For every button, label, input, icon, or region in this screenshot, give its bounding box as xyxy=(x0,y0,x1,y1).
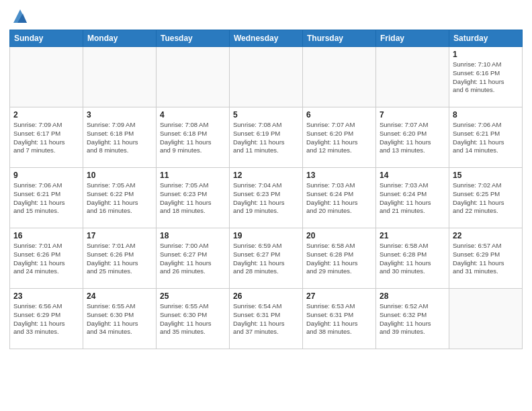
day-number: 14 xyxy=(380,171,445,180)
day-number: 22 xyxy=(453,231,519,240)
day-info: Sunrise: 7:06 AM Sunset: 6:21 PM Dayligh… xyxy=(453,121,519,155)
calendar-cell: 25Sunrise: 6:55 AM Sunset: 6:30 PM Dayli… xyxy=(157,289,230,349)
calendar-cell: 20Sunrise: 6:58 AM Sunset: 6:28 PM Dayli… xyxy=(303,228,376,289)
day-number: 6 xyxy=(306,110,372,120)
weekday-thursday: Thursday xyxy=(303,30,376,47)
calendar-cell: 11Sunrise: 7:05 AM Sunset: 6:23 PM Dayli… xyxy=(157,168,230,228)
logo xyxy=(9,7,30,26)
calendar-cell: 8Sunrise: 7:06 AM Sunset: 6:21 PM Daylig… xyxy=(449,107,523,168)
weekday-wednesday: Wednesday xyxy=(230,30,303,47)
calendar-cell: 23Sunrise: 6:56 AM Sunset: 6:29 PM Dayli… xyxy=(10,289,83,349)
calendar-cell: 14Sunrise: 7:03 AM Sunset: 6:24 PM Dayli… xyxy=(376,168,449,228)
header xyxy=(9,7,523,26)
day-info: Sunrise: 7:04 AM Sunset: 6:23 PM Dayligh… xyxy=(233,181,299,216)
calendar-cell xyxy=(449,289,523,349)
day-number: 8 xyxy=(453,110,519,120)
calendar-cell: 13Sunrise: 7:03 AM Sunset: 6:24 PM Dayli… xyxy=(303,168,376,228)
day-number: 20 xyxy=(306,231,372,240)
calendar-cell: 9Sunrise: 7:06 AM Sunset: 6:21 PM Daylig… xyxy=(10,168,83,228)
weekday-header-row: SundayMondayTuesdayWednesdayThursdayFrid… xyxy=(10,30,523,47)
day-number: 5 xyxy=(233,110,299,120)
calendar-cell: 6Sunrise: 7:07 AM Sunset: 6:20 PM Daylig… xyxy=(303,107,376,168)
calendar-cell: 22Sunrise: 6:57 AM Sunset: 6:29 PM Dayli… xyxy=(449,228,523,289)
week-row-4: 23Sunrise: 6:56 AM Sunset: 6:29 PM Dayli… xyxy=(10,289,523,349)
day-number: 27 xyxy=(306,291,372,301)
week-row-0: 1Sunrise: 7:10 AM Sunset: 6:16 PM Daylig… xyxy=(10,47,523,107)
day-info: Sunrise: 6:57 AM Sunset: 6:29 PM Dayligh… xyxy=(453,242,519,276)
calendar-cell: 19Sunrise: 6:59 AM Sunset: 6:27 PM Dayli… xyxy=(230,228,303,289)
day-number: 9 xyxy=(13,171,79,180)
day-number: 17 xyxy=(87,231,152,240)
day-info: Sunrise: 6:52 AM Sunset: 6:32 PM Dayligh… xyxy=(380,302,445,336)
calendar-cell: 26Sunrise: 6:54 AM Sunset: 6:31 PM Dayli… xyxy=(230,289,303,349)
calendar-cell: 16Sunrise: 7:01 AM Sunset: 6:26 PM Dayli… xyxy=(10,228,83,289)
week-row-2: 9Sunrise: 7:06 AM Sunset: 6:21 PM Daylig… xyxy=(10,168,523,228)
calendar-cell xyxy=(230,47,303,107)
day-number: 19 xyxy=(233,231,299,240)
day-info: Sunrise: 7:00 AM Sunset: 6:27 PM Dayligh… xyxy=(160,242,226,276)
day-info: Sunrise: 7:01 AM Sunset: 6:26 PM Dayligh… xyxy=(87,242,152,276)
day-number: 1 xyxy=(453,50,519,59)
day-number: 4 xyxy=(160,110,226,120)
day-info: Sunrise: 7:01 AM Sunset: 6:26 PM Dayligh… xyxy=(13,242,79,276)
calendar-cell: 3Sunrise: 7:09 AM Sunset: 6:18 PM Daylig… xyxy=(83,107,157,168)
calendar-cell: 10Sunrise: 7:05 AM Sunset: 6:22 PM Dayli… xyxy=(83,168,157,228)
page: SundayMondayTuesdayWednesdayThursdayFrid… xyxy=(0,0,532,411)
day-number: 11 xyxy=(160,171,226,180)
calendar-cell: 27Sunrise: 6:53 AM Sunset: 6:31 PM Dayli… xyxy=(303,289,376,349)
calendar-cell: 15Sunrise: 7:02 AM Sunset: 6:25 PM Dayli… xyxy=(449,168,523,228)
day-number: 13 xyxy=(306,171,372,180)
calendar-cell: 7Sunrise: 7:07 AM Sunset: 6:20 PM Daylig… xyxy=(376,107,449,168)
day-info: Sunrise: 7:03 AM Sunset: 6:24 PM Dayligh… xyxy=(380,181,445,216)
day-info: Sunrise: 7:03 AM Sunset: 6:24 PM Dayligh… xyxy=(306,181,372,216)
day-info: Sunrise: 7:06 AM Sunset: 6:21 PM Dayligh… xyxy=(13,181,79,216)
day-info: Sunrise: 7:05 AM Sunset: 6:22 PM Dayligh… xyxy=(87,181,152,216)
day-info: Sunrise: 6:54 AM Sunset: 6:31 PM Dayligh… xyxy=(233,302,299,336)
day-info: Sunrise: 7:07 AM Sunset: 6:20 PM Dayligh… xyxy=(306,121,372,155)
day-info: Sunrise: 7:08 AM Sunset: 6:19 PM Dayligh… xyxy=(233,121,299,155)
day-number: 10 xyxy=(87,171,152,180)
day-info: Sunrise: 6:55 AM Sunset: 6:30 PM Dayligh… xyxy=(160,302,226,336)
day-number: 12 xyxy=(233,171,299,180)
calendar-cell: 28Sunrise: 6:52 AM Sunset: 6:32 PM Dayli… xyxy=(376,289,449,349)
calendar-cell: 4Sunrise: 7:08 AM Sunset: 6:18 PM Daylig… xyxy=(157,107,230,168)
day-number: 7 xyxy=(380,110,445,120)
day-info: Sunrise: 6:58 AM Sunset: 6:28 PM Dayligh… xyxy=(306,242,372,276)
week-row-3: 16Sunrise: 7:01 AM Sunset: 6:26 PM Dayli… xyxy=(10,228,523,289)
weekday-tuesday: Tuesday xyxy=(157,30,230,47)
calendar-cell: 21Sunrise: 6:58 AM Sunset: 6:28 PM Dayli… xyxy=(376,228,449,289)
day-number: 2 xyxy=(13,110,79,120)
logo-icon xyxy=(11,7,30,26)
calendar-cell xyxy=(10,47,83,107)
day-number: 18 xyxy=(160,231,226,240)
calendar-cell xyxy=(303,47,376,107)
calendar-cell xyxy=(157,47,230,107)
calendar-cell: 12Sunrise: 7:04 AM Sunset: 6:23 PM Dayli… xyxy=(230,168,303,228)
calendar-table: SundayMondayTuesdayWednesdayThursdayFrid… xyxy=(9,30,523,349)
week-row-1: 2Sunrise: 7:09 AM Sunset: 6:17 PM Daylig… xyxy=(10,107,523,168)
day-info: Sunrise: 6:53 AM Sunset: 6:31 PM Dayligh… xyxy=(306,302,372,336)
day-info: Sunrise: 7:07 AM Sunset: 6:20 PM Dayligh… xyxy=(380,121,445,155)
day-info: Sunrise: 7:08 AM Sunset: 6:18 PM Dayligh… xyxy=(160,121,226,155)
day-number: 28 xyxy=(380,291,445,301)
weekday-friday: Friday xyxy=(376,30,449,47)
day-number: 16 xyxy=(13,231,79,240)
day-info: Sunrise: 7:09 AM Sunset: 6:18 PM Dayligh… xyxy=(87,121,152,155)
day-number: 25 xyxy=(160,291,226,301)
day-number: 26 xyxy=(233,291,299,301)
calendar-cell: 2Sunrise: 7:09 AM Sunset: 6:17 PM Daylig… xyxy=(10,107,83,168)
day-info: Sunrise: 6:59 AM Sunset: 6:27 PM Dayligh… xyxy=(233,242,299,276)
weekday-sunday: Sunday xyxy=(10,30,83,47)
day-info: Sunrise: 6:55 AM Sunset: 6:30 PM Dayligh… xyxy=(87,302,152,336)
day-info: Sunrise: 7:02 AM Sunset: 6:25 PM Dayligh… xyxy=(453,181,519,216)
day-info: Sunrise: 6:56 AM Sunset: 6:29 PM Dayligh… xyxy=(13,302,79,336)
day-number: 21 xyxy=(380,231,445,240)
calendar-cell: 18Sunrise: 7:00 AM Sunset: 6:27 PM Dayli… xyxy=(157,228,230,289)
day-info: Sunrise: 7:09 AM Sunset: 6:17 PM Dayligh… xyxy=(13,121,79,155)
day-info: Sunrise: 7:10 AM Sunset: 6:16 PM Dayligh… xyxy=(453,60,519,95)
calendar-cell: 17Sunrise: 7:01 AM Sunset: 6:26 PM Dayli… xyxy=(83,228,157,289)
calendar-cell: 24Sunrise: 6:55 AM Sunset: 6:30 PM Dayli… xyxy=(83,289,157,349)
day-number: 3 xyxy=(87,110,152,120)
calendar-cell: 1Sunrise: 7:10 AM Sunset: 6:16 PM Daylig… xyxy=(449,47,523,107)
calendar-cell xyxy=(83,47,157,107)
